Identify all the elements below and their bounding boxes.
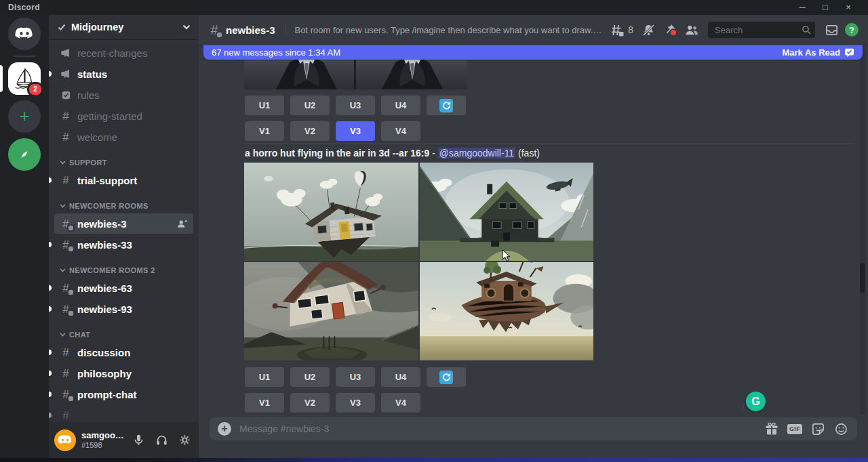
maximize-button[interactable]: □ [814,0,837,15]
window-titlebar: Discord ─ □ × [0,0,868,15]
hash-bot-icon: # [60,218,72,230]
v1-button[interactable]: V1 [245,393,284,413]
emoji-icon[interactable] [833,421,849,436]
sidebar-item-partial[interactable]: # [54,405,193,422]
gift-icon[interactable] [764,421,780,436]
message-input[interactable] [238,423,757,435]
background-window-strip [0,458,868,462]
close-button[interactable]: × [837,0,860,15]
u3-button[interactable]: U3 [336,96,375,115]
sidebar-item-rules[interactable]: rules [54,85,193,105]
create-invite-icon[interactable] [177,219,188,228]
sidebar-item-newbies-63[interactable]: # newbies-63 [54,278,193,298]
reroll-button[interactable] [427,367,466,387]
mic-button[interactable] [130,432,147,449]
section-newcomer-rooms-2[interactable]: NEWCOMER ROOMS 2 [54,264,193,276]
home-button[interactable] [8,18,41,50]
v2-button[interactable]: V2 [290,121,330,141]
threads-icon[interactable] [609,22,625,38]
sidebar-item-discussion[interactable]: # discussion [54,342,193,362]
notifications-muted-icon[interactable] [640,22,656,38]
v1-button[interactable]: V1 [245,121,284,141]
u4-button[interactable]: U4 [381,96,420,115]
search-box [708,22,815,38]
u1-button[interactable]: U1 [245,367,284,387]
member-list-icon[interactable] [684,22,700,38]
u2-button[interactable]: U2 [290,96,330,115]
sidebar-item-recent-changes[interactable]: recent-changes [54,43,193,63]
u1-button[interactable]: U1 [245,96,284,115]
hash-icon: # [60,347,72,358]
channel-name: trial-support [77,175,188,186]
sidebar-item-trial-support[interactable]: # trial-support [54,170,193,190]
gif-picker-icon[interactable]: GIF [787,421,803,436]
sidebar-item-newbies-33[interactable]: # newbies-33 [54,234,193,255]
upscale-row-2: U1 U2 U3 U4 [245,367,466,387]
u2-button[interactable]: U2 [290,367,330,387]
chevron-down-icon [60,204,66,208]
generated-image-2[interactable] [420,163,593,261]
generated-image-4[interactable] [420,262,593,360]
v2-button[interactable]: V2 [290,393,330,413]
server-button-midjourney[interactable]: 2 [8,62,41,95]
chevron-down-icon [182,24,191,30]
u3-button[interactable]: U3 [336,367,375,387]
compass-icon [16,146,33,163]
sidebar-item-newbies-93[interactable]: # newbies-93 [54,299,193,319]
chat-scrollbar-thumb[interactable] [860,263,865,293]
sidebar-item-welcome[interactable]: # welcome [54,127,193,147]
mark-as-read-label: Mark As Read [783,47,841,58]
chevron-down-icon [60,161,66,165]
sticker-icon[interactable] [810,421,826,436]
channel-topic[interactable]: Bot room for new users. Type /imagine th… [295,25,604,35]
section-newcomer-rooms[interactable]: NEWCOMER ROOMS [54,200,193,212]
thread-count: 8 [628,24,633,35]
attach-plus-icon[interactable]: + [218,422,231,436]
new-messages-bar[interactable]: 67 new messages since 1:34 AM Mark As Re… [203,45,863,60]
explore-servers-button[interactable] [8,138,41,171]
header-divider [285,23,285,37]
generated-image-cropped[interactable] [244,60,467,89]
add-server-button[interactable]: + [8,100,41,133]
sidebar-item-getting-started[interactable]: # getting-started [54,106,193,126]
v3-button[interactable]: V3 [336,393,375,413]
generated-image-3[interactable] [244,262,418,360]
generated-image-1[interactable] [244,163,418,261]
mark-as-read-button[interactable]: Mark As Read [783,47,855,58]
reroll-button[interactable] [427,96,466,115]
user-mention[interactable]: @samgoodwill-11 [438,148,515,159]
v4-button[interactable]: V4 [381,393,420,413]
message-check-icon [844,48,854,57]
section-support[interactable]: SUPPORT [54,156,193,169]
prompt-text: a horro hut flying in the air in 3d --ar… [245,148,429,159]
sidebar-item-prompt-chat[interactable]: # prompt-chat [54,384,193,404]
sidebar-item-philosophy[interactable]: # philosophy [54,363,193,383]
unread-dot [49,285,52,291]
settings-gear-button[interactable] [176,432,193,449]
sidebar-item-status[interactable]: status [54,64,193,84]
generated-image-grid[interactable] [244,163,593,360]
user-info[interactable]: samgoodw... #1598 [81,431,124,450]
rail-separator [14,56,35,57]
refresh-icon [439,371,453,384]
v4-button[interactable]: V4 [381,121,420,141]
v3-button-selected[interactable]: V3 [336,121,375,141]
sidebar-item-newbies-3[interactable]: # newbies-3 [54,213,193,234]
unread-dot [49,392,52,397]
grammarly-grip[interactable]: ⋮⋮ [741,405,744,413]
section-chat[interactable]: CHAT [54,329,193,341]
server-header[interactable]: Midjourney [49,15,199,39]
minimize-button[interactable]: ─ [791,0,814,15]
pinned-messages-icon[interactable] [662,22,678,38]
help-icon[interactable]: ? [845,23,859,37]
chat-scrollbar-track[interactable] [860,46,865,415]
user-panel: samgoodw... #1598 [49,422,199,458]
grammarly-icon[interactable]: G [746,392,766,411]
user-avatar[interactable] [54,429,76,451]
inbox-icon[interactable] [823,22,840,38]
u4-button[interactable]: U4 [381,367,420,387]
search-input[interactable] [713,24,802,36]
message-prompt-line: a horro hut flying in the air in 3d --ar… [245,148,854,159]
headphones-button[interactable] [153,432,170,449]
hash-bot-icon: # [60,239,72,251]
